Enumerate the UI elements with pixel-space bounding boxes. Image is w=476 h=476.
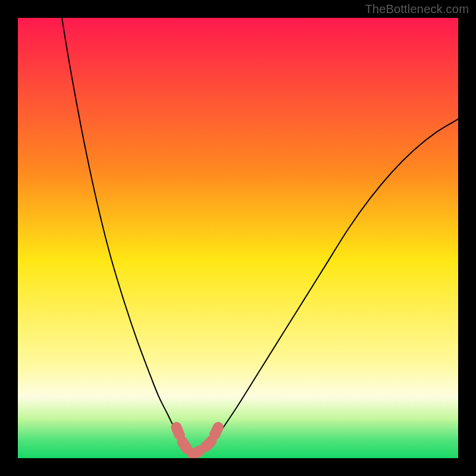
bottleneck-chart-svg — [18, 18, 458, 458]
chart-background-gradient — [18, 18, 458, 458]
chart-plot-area — [18, 18, 458, 458]
watermark-text: TheBottleneck.com — [365, 2, 469, 16]
